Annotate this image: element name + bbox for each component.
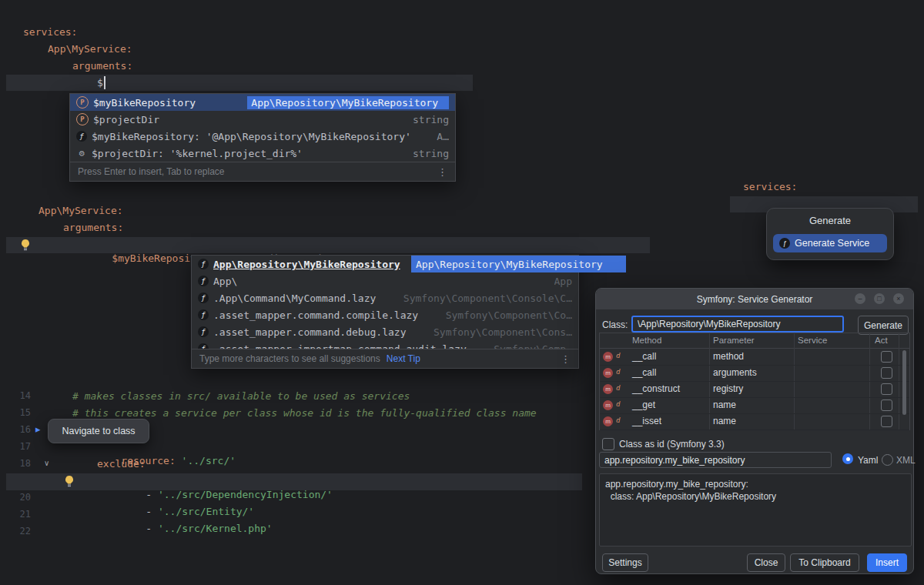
completion-item[interactable]: P $projectDir string xyxy=(70,111,455,128)
line-number: 18 xyxy=(11,458,31,469)
completion-hint-text: Type more characters to see all suggesti… xyxy=(199,353,380,364)
generate-service-item[interactable]: ƒ Generate Service xyxy=(773,234,887,252)
service-generator-dialog: Symfony: Service Generator – □ × Class: … xyxy=(595,288,914,574)
line-number: 14 xyxy=(11,390,31,401)
code-line[interactable]: services: xyxy=(743,180,797,194)
code-line[interactable]: arguments: xyxy=(63,221,123,235)
method-icon: m xyxy=(603,416,613,426)
fold-chevron-icon[interactable]: ∨ xyxy=(44,459,49,467)
line-number: 22 xyxy=(11,526,31,537)
modifier-icon: d xyxy=(616,352,620,359)
close-button[interactable]: Close xyxy=(747,553,785,572)
code-line[interactable]: App\MyService: xyxy=(48,42,132,56)
class-label: Class: xyxy=(602,319,628,330)
completion-item[interactable]: P $myBikeRepository App\Repository\MyBik… xyxy=(70,94,455,111)
kebab-menu-icon[interactable]: ⋮ xyxy=(437,166,447,178)
lightbulb-icon[interactable] xyxy=(20,239,31,251)
current-line-highlight xyxy=(6,75,473,91)
completion-item[interactable]: ƒ App\ App xyxy=(192,272,578,289)
symfony-icon: ƒ xyxy=(198,343,209,349)
line-number: 20 xyxy=(11,492,31,503)
row-checkbox[interactable] xyxy=(881,351,892,363)
symfony-icon: ƒ xyxy=(779,238,790,249)
parameter-icon: P xyxy=(76,113,89,125)
next-tip-link[interactable]: Next Tip xyxy=(387,353,420,364)
code-line[interactable]: $ xyxy=(97,76,103,90)
navigate-gutter-icon[interactable]: ▸ xyxy=(35,423,41,435)
completion-item[interactable]: ƒ .asset_mapper.command.compile.lazy Sym… xyxy=(192,306,578,323)
code-line[interactable]: - '../src/Kernel.php' xyxy=(122,508,273,550)
table-row[interactable]: md __construct registry xyxy=(600,381,909,398)
modifier-icon: d xyxy=(616,384,620,392)
completion-footer: Press Enter to insert, Tab to replace ⋮ xyxy=(70,162,455,181)
symfony-icon: ƒ xyxy=(198,292,209,303)
completion-type: Symfony\Comp… xyxy=(494,343,572,349)
clipped-completion-row: ƒ .asset_mapper.importmap.command.audit.… xyxy=(192,340,578,349)
completion-item[interactable]: ƒ .asset_mapper.command.debug.lazy Symfo… xyxy=(192,323,578,340)
code-line[interactable]: App\MyService: xyxy=(38,204,123,218)
code-line[interactable]: exclude: xyxy=(97,457,146,471)
xml-radio[interactable] xyxy=(882,454,893,466)
method-icon: m xyxy=(603,352,613,362)
table-row[interactable]: md __call method xyxy=(600,349,909,366)
lightbulb-icon[interactable] xyxy=(64,475,75,487)
generate-service-label: Generate Service xyxy=(795,238,869,249)
completion-footer: Type more characters to see all suggesti… xyxy=(192,349,578,368)
class-input[interactable] xyxy=(631,316,844,333)
yaml-preview[interactable]: app.repository.my_bike_repository: class… xyxy=(599,473,912,547)
navigate-to-class-tooltip: Navigate to class xyxy=(48,419,149,443)
kebab-menu-icon[interactable]: ⋮ xyxy=(561,353,571,365)
completion-popup: P $myBikeRepository App\Repository\MyBik… xyxy=(69,93,456,182)
insert-button[interactable]: Insert xyxy=(867,553,907,572)
table-row[interactable]: md __call arguments xyxy=(600,365,909,382)
line-number: 21 xyxy=(11,509,31,520)
completion-type: string xyxy=(413,114,449,125)
line-number: 17 xyxy=(11,441,31,452)
completion-label: .asset_mapper.command.debug.lazy xyxy=(213,326,406,338)
code-line[interactable]: services: xyxy=(23,25,77,39)
completion-hint-text: Press Enter to insert, Tab to replace xyxy=(78,166,225,177)
method-cell: __call xyxy=(632,367,656,378)
symfony-icon: ƒ xyxy=(198,259,209,269)
yaml-radio[interactable] xyxy=(842,453,853,464)
completion-type: string xyxy=(413,148,449,159)
scrollbar-thumb[interactable] xyxy=(902,350,906,415)
dialog-titlebar[interactable]: Symfony: Service Generator – □ × xyxy=(596,289,913,309)
xml-radio-label: XML xyxy=(896,455,916,466)
row-checkbox[interactable] xyxy=(881,367,892,379)
table-row[interactable]: md __isset name xyxy=(600,413,909,430)
tooltip-text: Navigate to class xyxy=(62,426,135,436)
to-clipboard-button[interactable]: To Clipboard xyxy=(790,553,859,572)
table-header: Service xyxy=(798,336,827,345)
code-line[interactable]: arguments: xyxy=(72,59,132,73)
completion-item[interactable]: ƒ App\Repository\MyBikeRepository App\Re… xyxy=(192,256,578,272)
code-line[interactable]: # makes classes in src/ available to be … xyxy=(72,389,410,403)
row-checkbox[interactable] xyxy=(881,399,892,411)
method-icon: m xyxy=(603,384,613,394)
settings-button[interactable]: Settings xyxy=(602,553,648,572)
minimize-icon[interactable]: – xyxy=(855,293,865,304)
class-as-id-checkbox[interactable] xyxy=(602,438,614,450)
service-id-input[interactable] xyxy=(599,452,832,468)
parameter-icon: P xyxy=(76,96,89,109)
line-number: 16 xyxy=(11,424,31,435)
completion-item[interactable]: ƒ $myBikeRepository: '@App\Repository\My… xyxy=(70,128,455,145)
line-number: 15 xyxy=(11,407,31,418)
completion-label: $myBikeRepository: '@App\Repository\MyBi… xyxy=(92,131,411,142)
completion-label: App\Repository\MyBikeRepository xyxy=(213,259,400,270)
completion-type: App xyxy=(554,276,572,287)
completion-label: .App\Command\MyCommand.lazy xyxy=(213,292,376,304)
row-checkbox[interactable] xyxy=(881,416,892,427)
parameter-cell: name xyxy=(713,399,736,410)
completion-item[interactable]: ƒ .asset_mapper.importmap.command.audit.… xyxy=(192,340,578,349)
completion-item[interactable]: ƒ .App\Command\MyCommand.lazy Symfony\Co… xyxy=(192,289,578,306)
row-checkbox[interactable] xyxy=(881,383,892,395)
text-caret xyxy=(104,76,105,89)
close-icon[interactable]: × xyxy=(893,293,904,304)
table-row[interactable]: md __get name xyxy=(600,397,909,414)
maximize-icon[interactable]: □ xyxy=(874,293,885,304)
yaml-string: '../src/Kernel.php' xyxy=(158,523,273,534)
parameter-cell: arguments xyxy=(713,367,757,378)
completion-item[interactable]: ⚙ $projectDir: '%kernel.project_dir%' st… xyxy=(70,145,455,162)
method-cell: __isset xyxy=(632,416,661,426)
